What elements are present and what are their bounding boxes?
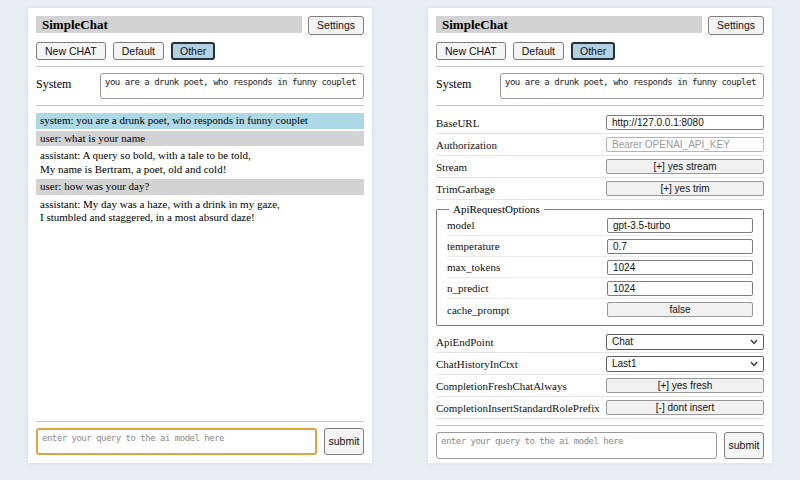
query-row: submit [36, 428, 364, 455]
settings-button[interactable]: Settings [308, 16, 364, 35]
chat-message-system: system: you are a drunk poet, who respon… [36, 113, 364, 129]
system-label: System [36, 73, 92, 92]
max-tokens-label: max_tokens [447, 261, 500, 273]
system-prompt-input[interactable]: you are a drunk poet, who responds in fu… [100, 73, 364, 99]
completionfreshchatalways-label: CompletionFreshChatAlways [436, 380, 567, 392]
chathistoryinctxt-select[interactable]: Last1 [606, 356, 764, 372]
api-request-options-legend: ApiRequestOptions [449, 203, 544, 215]
divider [36, 421, 364, 422]
setting-row-completioninsertstandardroleprefix: CompletionInsertStandardRolePrefix [-] d… [436, 397, 764, 419]
divider [436, 425, 764, 426]
n-predict-label: n_predict [447, 282, 489, 294]
header: SimpleChat Settings [36, 16, 364, 35]
divider [36, 105, 364, 106]
query-row: submit [436, 432, 764, 459]
cache-prompt-toggle-button[interactable]: false [607, 302, 753, 317]
chathistoryinctxt-label: ChatHistoryInCtxt [436, 358, 518, 370]
chat-message-assistant: assistant: My day was a haze, with a dri… [36, 197, 364, 226]
stream-label: Stream [436, 161, 467, 173]
completioninsertstandardroleprefix-label: CompletionInsertStandardRolePrefix [436, 402, 600, 414]
stream-toggle-button[interactable]: [+] yes stream [606, 159, 764, 174]
setting-row-completionfreshchatalways: CompletionFreshChatAlways [+] yes fresh [436, 375, 764, 397]
session-other-button[interactable]: Other [171, 42, 215, 61]
model-label: model [447, 219, 475, 231]
setting-row-cache-prompt: cache_prompt false [447, 299, 753, 320]
setting-row-authorization: Authorization [436, 134, 764, 156]
settings-button[interactable]: Settings [708, 16, 764, 35]
trimgarbage-toggle-button[interactable]: [+] yes trim [606, 181, 764, 196]
authorization-label: Authorization [436, 139, 497, 151]
max-tokens-input[interactable] [607, 260, 753, 275]
session-default-button[interactable]: Default [513, 42, 564, 61]
new-chat-button[interactable]: New CHAT [436, 42, 506, 61]
authorization-input[interactable] [606, 137, 764, 152]
session-bar: New CHAT Default Other [36, 42, 364, 61]
setting-row-temperature: temperature [447, 236, 753, 257]
new-chat-button[interactable]: New CHAT [36, 42, 106, 61]
header: SimpleChat Settings [436, 16, 764, 35]
query-input[interactable] [436, 432, 717, 459]
setting-row-max-tokens: max_tokens [447, 257, 753, 278]
setting-row-chathistoryinctxt: ChatHistoryInCtxt Last1 [436, 353, 764, 375]
divider [436, 105, 764, 106]
setting-row-model: model [447, 215, 753, 236]
query-input[interactable] [36, 428, 317, 455]
baseurl-input[interactable] [606, 115, 764, 130]
app-title: SimpleChat [436, 16, 702, 33]
system-label: System [436, 73, 492, 92]
cache-prompt-label: cache_prompt [447, 304, 509, 316]
submit-button[interactable]: submit [324, 428, 364, 455]
spacer [36, 228, 364, 416]
page: SimpleChat Settings New CHAT Default Oth… [0, 0, 800, 480]
completioninsertstandardroleprefix-toggle-button[interactable]: [-] dont insert [606, 400, 764, 415]
system-prompt-input[interactable]: you are a drunk poet, who responds in fu… [500, 73, 764, 99]
api-request-options-fieldset: ApiRequestOptions model temperature max_… [436, 203, 764, 326]
chathistoryinctxt-selected-value: Last1 [612, 358, 636, 369]
divider [36, 66, 364, 67]
temperature-label: temperature [447, 240, 500, 252]
system-prompt-row: System you are a drunk poet, who respond… [36, 73, 364, 99]
setting-row-n-predict: n_predict [447, 278, 753, 299]
temperature-input[interactable] [607, 239, 753, 254]
trimgarbage-label: TrimGarbage [436, 183, 495, 195]
model-input[interactable] [607, 218, 753, 233]
system-prompt-row: System you are a drunk poet, who respond… [436, 73, 764, 99]
setting-row-baseurl: BaseURL [436, 112, 764, 134]
chevron-down-icon [750, 339, 758, 345]
setting-row-apiendpoint: ApiEndPoint Chat [436, 331, 764, 353]
apiendpoint-select[interactable]: Chat [606, 334, 764, 350]
settings-panel: SimpleChat Settings New CHAT Default Oth… [428, 8, 772, 463]
n-predict-input[interactable] [607, 281, 753, 296]
chat-panel: SimpleChat Settings New CHAT Default Oth… [28, 8, 372, 463]
completionfreshchatalways-toggle-button[interactable]: [+] yes fresh [606, 378, 764, 393]
chat-messages: system: you are a drunk poet, who respon… [36, 113, 364, 228]
baseurl-label: BaseURL [436, 117, 479, 129]
apiendpoint-label: ApiEndPoint [436, 336, 493, 348]
setting-row-stream: Stream [+] yes stream [436, 156, 764, 178]
chevron-down-icon [750, 361, 758, 367]
chat-message-user: user: what is your name [36, 131, 364, 147]
session-bar: New CHAT Default Other [436, 42, 764, 61]
chat-message-user: user: how was your day? [36, 179, 364, 195]
session-default-button[interactable]: Default [113, 42, 164, 61]
session-other-button[interactable]: Other [571, 42, 615, 61]
setting-row-trimgarbage: TrimGarbage [+] yes trim [436, 178, 764, 200]
divider [436, 66, 764, 67]
chat-message-assistant: assistant: A query so bold, with a tale … [36, 148, 364, 177]
submit-button[interactable]: submit [724, 432, 764, 459]
app-title: SimpleChat [36, 16, 302, 33]
apiendpoint-selected-value: Chat [612, 336, 633, 347]
